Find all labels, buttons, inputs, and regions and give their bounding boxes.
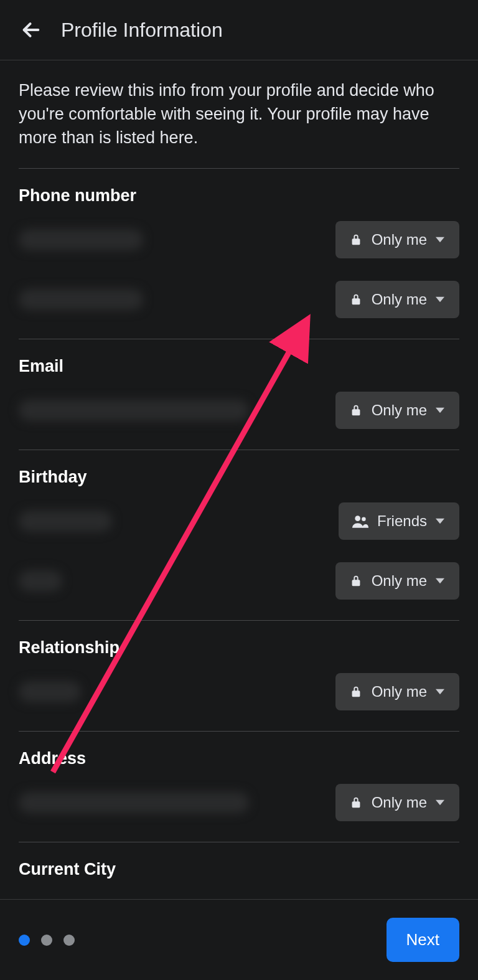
privacy-label: Friends (377, 512, 427, 530)
value-relationship-0 (19, 681, 81, 702)
caret-down-icon (436, 687, 444, 696)
row-birthday-1: Only me (19, 559, 459, 603)
section-email: Email Only me (19, 339, 459, 450)
privacy-label: Only me (372, 572, 427, 590)
value-birthday-0 (19, 511, 112, 532)
lock-icon (349, 403, 363, 417)
privacy-label: Only me (372, 291, 427, 308)
section-title-current-city: Current City (19, 860, 459, 879)
privacy-selector-email-0[interactable]: Only me (335, 392, 459, 429)
intro-text: Please review this info from your profil… (19, 79, 459, 149)
privacy-label: Only me (372, 402, 427, 419)
row-phone-1: Only me (19, 278, 459, 321)
section-title-address: Address (19, 749, 459, 768)
value-address-0 (19, 792, 249, 813)
section-current-city: Current City (19, 842, 459, 879)
caret-down-icon (436, 295, 444, 304)
value-phone-0 (19, 229, 143, 250)
section-title-relationship: Relationship (19, 638, 459, 657)
privacy-selector-address-0[interactable]: Only me (335, 784, 459, 821)
lock-icon (349, 796, 363, 809)
lock-icon (349, 685, 363, 699)
caret-down-icon (436, 235, 444, 244)
section-title-birthday: Birthday (19, 468, 459, 487)
back-button[interactable] (19, 17, 44, 42)
privacy-label: Only me (372, 683, 427, 700)
page-title: Profile Information (61, 19, 223, 42)
row-phone-0: Only me (19, 218, 459, 261)
caret-down-icon (436, 798, 444, 807)
privacy-selector-birthday-1[interactable]: Only me (335, 562, 459, 600)
caret-down-icon (436, 406, 444, 415)
section-relationship: Relationship Only me (19, 620, 459, 731)
value-phone-1 (19, 289, 143, 310)
friends-icon (352, 514, 368, 528)
progress-dot-2 (63, 935, 75, 946)
section-address: Address Only me (19, 731, 459, 842)
privacy-selector-phone-1[interactable]: Only me (335, 281, 459, 318)
section-birthday: Birthday Friends Only me (19, 450, 459, 620)
privacy-selector-phone-0[interactable]: Only me (335, 221, 459, 258)
page-header: Profile Information (0, 0, 478, 60)
privacy-label: Only me (372, 794, 427, 811)
arrow-left-icon (21, 19, 42, 40)
row-address-0: Only me (19, 781, 459, 824)
svg-point-1 (355, 516, 360, 522)
row-birthday-0: Friends (19, 499, 459, 543)
progress-dot-0 (19, 935, 30, 946)
section-title-phone: Phone number (19, 186, 459, 205)
section-phone-number: Phone number Only me Only me (19, 168, 459, 339)
value-birthday-1 (19, 570, 62, 591)
progress-dots (19, 935, 75, 946)
progress-dot-1 (41, 935, 52, 946)
content-area: Please review this info from your profil… (0, 60, 478, 879)
value-email-0 (19, 400, 249, 421)
row-relationship-0: Only me (19, 670, 459, 714)
lock-icon (349, 574, 363, 588)
caret-down-icon (436, 517, 444, 525)
privacy-selector-birthday-0[interactable]: Friends (339, 502, 459, 540)
lock-icon (349, 293, 363, 306)
caret-down-icon (436, 577, 444, 585)
privacy-label: Only me (372, 231, 427, 248)
row-email-0: Only me (19, 389, 459, 432)
privacy-selector-relationship-0[interactable]: Only me (335, 673, 459, 710)
section-title-email: Email (19, 357, 459, 376)
svg-point-2 (362, 517, 366, 522)
lock-icon (349, 233, 363, 247)
footer-bar: Next (0, 899, 478, 980)
next-button[interactable]: Next (387, 918, 459, 962)
